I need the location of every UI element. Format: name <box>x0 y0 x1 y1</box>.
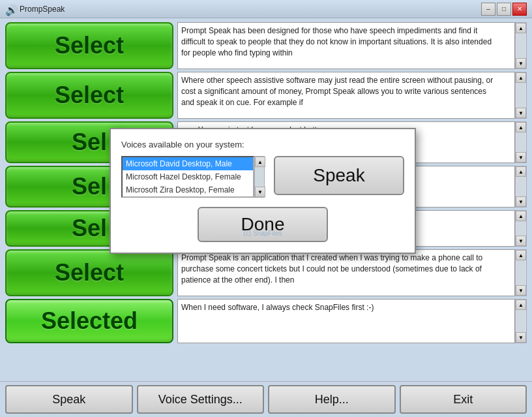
title-bar-title: PrompSpeak <box>20 5 65 14</box>
title-bar-left: 🔊 PrompSpeak <box>5 4 65 14</box>
voice-scroll-down[interactable]: ▼ <box>255 187 265 197</box>
title-bar: 🔊 PrompSpeak – □ ✕ <box>0 0 532 18</box>
help-button[interactable]: Help... <box>268 385 396 414</box>
voice-list-wrapper: Microsoft David Desktop, Male Microsoft … <box>121 156 265 198</box>
main-content: Select Prompt Speak has been designed fo… <box>0 18 532 381</box>
modal-speak-button[interactable]: Speak <box>274 156 404 195</box>
voice-item-2[interactable]: Microsoft Hazel Desktop, Female <box>123 170 253 183</box>
modal-overlay: Voices available on your system: Microso… <box>0 18 532 381</box>
title-bar-controls: – □ ✕ <box>481 3 527 16</box>
voice-settings-modal: Voices available on your system: Microso… <box>110 128 416 254</box>
modal-footer: Done (c) SnapFiles <box>121 207 404 242</box>
voice-scroll-up[interactable]: ▲ <box>255 157 265 167</box>
speak-button[interactable]: Speak <box>5 385 133 414</box>
close-button[interactable]: ✕ <box>512 3 527 16</box>
voice-item-3[interactable]: Microsoft Zira Desktop, Female <box>123 183 253 196</box>
maximize-button[interactable]: □ <box>497 3 511 16</box>
voice-settings-button[interactable]: Voice Settings... <box>137 385 265 414</box>
modal-title: Voices available on your system: <box>121 140 404 149</box>
modal-body: Microsoft David Desktop, Male Microsoft … <box>121 156 404 198</box>
minimize-button[interactable]: – <box>481 3 495 16</box>
exit-button[interactable]: Exit <box>400 385 527 414</box>
bottom-bar: Speak Voice Settings... Help... Exit <box>0 381 532 417</box>
voice-list[interactable]: Microsoft David Desktop, Male Microsoft … <box>121 156 254 198</box>
voice-scrollbar[interactable]: ▲ ▼ <box>254 156 265 198</box>
voice-item-1[interactable]: Microsoft David Desktop, Male <box>123 157 253 170</box>
app-icon: 🔊 <box>5 4 16 14</box>
voice-scroll-track <box>255 167 264 187</box>
modal-done-button[interactable]: Done <box>198 207 328 242</box>
